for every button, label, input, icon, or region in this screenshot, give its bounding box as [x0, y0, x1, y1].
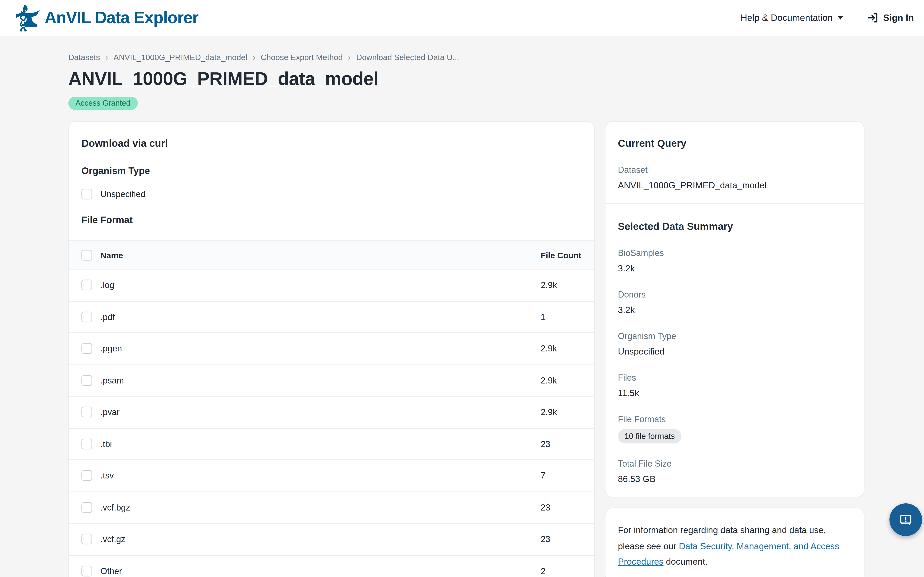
brand-logo[interactable]: AnVIL Data Explorer [15, 4, 199, 32]
summary-item-label: Total File Size [618, 458, 851, 470]
summary-item-value: 86.53 GB [618, 473, 851, 485]
select-all-checkbox[interactable] [81, 250, 92, 260]
row-checkbox[interactable] [81, 375, 92, 385]
file-format-name: .psam [100, 376, 124, 385]
file-count-value: 23 [541, 535, 594, 544]
organism-unspecified-checkbox[interactable] [81, 189, 92, 200]
file-format-row: .pgen 2.9k [69, 333, 594, 365]
brand-name: AnVIL Data Explorer [45, 8, 199, 27]
file-count-value: 2.9k [541, 344, 594, 353]
row-checkbox[interactable] [81, 343, 92, 354]
right-sidebar: Current Query Dataset ANVIL_1000G_PRIMED… [605, 121, 864, 577]
file-format-name: .log [100, 280, 114, 290]
file-format-name: .pgen [100, 344, 122, 353]
selected-data-summary-title: Selected Data Summary [618, 220, 851, 234]
summary-item: Files 11.5k [618, 372, 851, 399]
file-format-name: .tbi [100, 439, 112, 448]
file-format-name: .vcf.gz [100, 535, 126, 544]
help-menu-label: Help & Documentation [740, 13, 833, 23]
summary-item-label: Files [618, 372, 851, 384]
help-documentation-menu[interactable]: Help & Documentation [740, 13, 843, 23]
page: AnVIL Data Explorer Help & Documentation… [0, 0, 924, 577]
file-count-value: 7 [541, 471, 594, 480]
column-header-file-count: File Count [541, 250, 594, 260]
summary-item: Organism Type Unspecified [618, 330, 851, 357]
data-use-info-panel: For information regarding data sharing a… [605, 508, 864, 577]
column-header-name: Name [100, 250, 123, 260]
file-format-table-header: Name File Count [69, 240, 594, 270]
page-title: ANVIL_1000G_PRIMED_data_model [68, 68, 864, 90]
anvil-dna-logo-icon [15, 4, 40, 32]
file-count-value: 2 [541, 566, 594, 575]
access-granted-badge: Access Granted [68, 97, 137, 110]
row-checkbox[interactable] [81, 566, 92, 576]
row-checkbox[interactable] [81, 471, 92, 481]
login-icon [866, 12, 878, 24]
file-format-row: .tsv 7 [69, 460, 594, 492]
file-format-name: .vcf.bgz [100, 503, 130, 512]
row-checkbox[interactable] [81, 407, 92, 417]
file-count-value: 2.9k [541, 280, 594, 290]
organism-unspecified-option[interactable]: Unspecified [81, 189, 582, 200]
feedback-chat-icon [898, 512, 914, 527]
file-format-row: .pdf 1 [69, 301, 594, 333]
download-via-curl-panel: Download via curl Organism Type Unspecif… [68, 121, 595, 577]
summary-item-value: 3.2k [618, 304, 851, 316]
breadcrumb-chevron-icon: › [348, 52, 351, 62]
content-grid: Download via curl Organism Type Unspecif… [68, 121, 864, 577]
chevron-down-icon [837, 16, 843, 20]
info-text-after: document. [664, 556, 708, 567]
summary-item-label: Organism Type [618, 330, 851, 342]
row-checkbox[interactable] [81, 534, 92, 545]
current-query-title: Current Query [618, 137, 851, 150]
file-formats-badge: 10 file formats [618, 429, 682, 443]
summary-item: Donors 3.2k [618, 288, 851, 316]
summary-item-value: 11.5k [618, 387, 851, 399]
breadcrumb-chevron-icon: › [105, 52, 108, 62]
file-format-row: .pvar 2.9k [69, 396, 594, 428]
organism-unspecified-label: Unspecified [100, 190, 145, 199]
breadcrumb-item: Download Selected Data U... [356, 53, 459, 61]
summary-item-label: BioSamples [618, 247, 851, 259]
header-nav: Help & Documentation Sign In [740, 12, 914, 24]
file-format-table: Name File Count .log 2.9k .pdf 1 [69, 240, 594, 577]
summary-item: BioSamples 3.2k [618, 247, 851, 274]
file-format-name: .pdf [100, 312, 115, 321]
export-panel-title: Download via curl [81, 137, 582, 150]
file-format-row: .psam 2.9k [69, 365, 594, 396]
file-count-value: 1 [541, 312, 594, 321]
row-checkbox[interactable] [81, 280, 92, 290]
breadcrumb-item[interactable]: ANVIL_1000G_PRIMED_data_model [113, 53, 247, 61]
breadcrumb: Datasets›ANVIL_1000G_PRIMED_data_model›C… [68, 52, 864, 62]
dataset-value: ANVIL_1000G_PRIMED_data_model [618, 179, 851, 191]
breadcrumb-item[interactable]: Datasets [68, 53, 100, 61]
summary-item-value: 3.2k [618, 263, 851, 274]
sign-in-button[interactable]: Sign In [866, 12, 914, 24]
summary-item-label: File Formats [618, 413, 851, 425]
file-format-row: .log 2.9k [69, 269, 594, 301]
main-content: Datasets›ANVIL_1000G_PRIMED_data_model›C… [0, 36, 924, 577]
file-format-table-body: .log 2.9k .pdf 1 .pgen 2.9k .psam 2.9 [69, 269, 594, 577]
file-format-row: Other 2 [69, 555, 594, 577]
breadcrumb-item[interactable]: Choose Export Method [261, 53, 343, 61]
file-count-value: 23 [541, 503, 594, 512]
dataset-label: Dataset [618, 164, 851, 176]
feedback-chat-button[interactable] [890, 503, 922, 536]
organism-type-heading: Organism Type [81, 164, 582, 177]
sign-in-label: Sign In [883, 13, 914, 23]
current-query-panel: Current Query Dataset ANVIL_1000G_PRIMED… [605, 121, 864, 498]
file-count-value: 2.9k [541, 408, 594, 417]
row-checkbox[interactable] [81, 438, 92, 449]
row-checkbox[interactable] [81, 502, 92, 513]
file-count-value: 23 [541, 439, 594, 448]
file-format-heading: File Format [81, 214, 582, 226]
summary-list: BioSamples 3.2k Donors 3.2k Organism Typ… [618, 247, 851, 485]
summary-item-label: Donors [618, 288, 851, 300]
file-count-value: 2.9k [541, 376, 594, 385]
row-checkbox[interactable] [81, 311, 92, 322]
file-format-name: .tsv [100, 471, 114, 480]
file-format-row: .tbi 23 [69, 428, 594, 460]
summary-item: File Formats 10 file formats [618, 413, 851, 443]
summary-item: Total File Size 86.53 GB [618, 458, 851, 485]
summary-item-value: Unspecified [618, 345, 851, 357]
